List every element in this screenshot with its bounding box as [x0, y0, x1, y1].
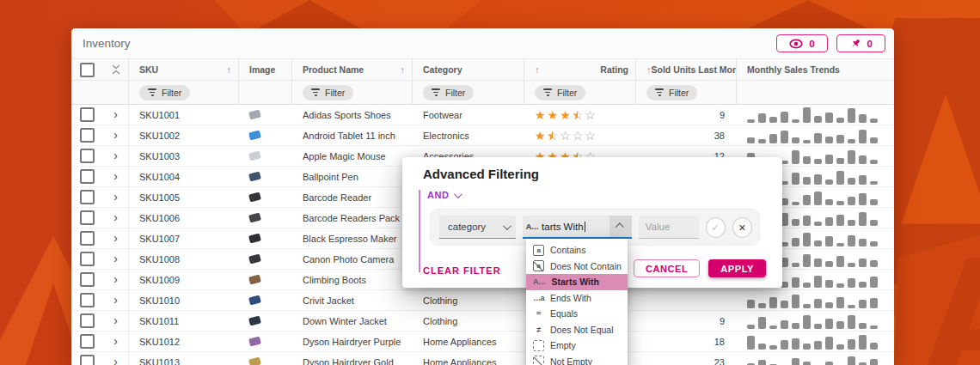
row-checkbox[interactable] — [80, 231, 95, 246]
row-checkbox-cell — [71, 332, 103, 351]
row-expander-cell: › — [103, 228, 129, 248]
row-checkbox[interactable] — [80, 313, 95, 328]
filter-chip-product-name[interactable]: Filter — [303, 85, 353, 100]
menu-item-ends-with[interactable]: …aEnds With — [526, 290, 628, 307]
menu-item-does-not-equal[interactable]: ≠Does Not Equal — [526, 322, 628, 338]
rating-stars: ★★★☆★☆ — [535, 109, 596, 121]
clear-filter-button[interactable]: CLEAR FILTER — [423, 265, 501, 276]
field-select[interactable]: category — [439, 216, 516, 239]
filter-chip-sold-units-last-month[interactable]: Filter — [646, 85, 697, 100]
hidden-columns-button[interactable]: 0 — [776, 34, 827, 52]
filter-cell-sel — [71, 81, 103, 104]
menu-item-equals[interactable]: =Equals — [526, 306, 628, 322]
menu-item-empty[interactable]: Empty — [526, 338, 628, 354]
cell-sold-units: 9 — [636, 311, 737, 331]
row-checkbox[interactable] — [80, 190, 95, 204]
collapse-all-icon[interactable] — [112, 64, 120, 75]
cell-sold-units: 23 — [636, 352, 737, 365]
cell-category: Electronics — [413, 125, 524, 145]
product-thumbnail — [248, 275, 261, 285]
select-all-checkbox[interactable] — [80, 63, 95, 77]
row-checkbox-cell — [71, 208, 103, 228]
chevron-right-icon[interactable]: › — [113, 231, 118, 244]
row-checkbox-cell — [71, 105, 103, 125]
and-operator-button[interactable]: AND — [427, 190, 460, 200]
row-checkbox[interactable] — [80, 107, 95, 122]
chevron-right-icon[interactable]: › — [113, 169, 118, 182]
cell-rating: ★☆★☆☆☆ — [524, 125, 636, 145]
row-checkbox[interactable] — [80, 128, 95, 143]
cancel-button[interactable]: CANCEL — [634, 259, 700, 277]
chevron-down-icon — [503, 222, 511, 230]
filter-chip-rating[interactable]: Filter — [535, 85, 585, 100]
cell-sold-units: 18 — [636, 332, 737, 351]
header-cell-rating[interactable]: ↑Rating — [524, 59, 636, 80]
header-cell-name[interactable]: Product Name↑ — [292, 59, 413, 80]
row-expander-cell: › — [103, 105, 129, 125]
product-thumbnail — [248, 151, 261, 161]
filter-chip-category[interactable]: Filter — [423, 85, 474, 100]
row-checkbox[interactable] — [80, 149, 95, 163]
cell-product-name: Dyson Hairdryer Gold — [292, 352, 413, 365]
chevron-up-icon — [616, 222, 624, 231]
chevron-right-icon[interactable]: › — [113, 128, 118, 141]
menu-item-starts-with[interactable]: A…Starts With — [526, 274, 628, 290]
discard-condition-button[interactable]: × — [732, 217, 752, 238]
sparkline — [747, 292, 878, 308]
cell-product-name: Climbing Boots — [292, 270, 413, 289]
sort-asc-icon[interactable]: ↑ — [535, 64, 540, 75]
chevron-right-icon[interactable]: › — [113, 334, 118, 347]
header-cell-sku[interactable]: SKU↑ — [129, 59, 239, 80]
menu-item-label: Ends With — [550, 293, 591, 303]
header-cell-sold[interactable]: ↑Sold Units Last Month — [636, 59, 737, 80]
menu-item-contains[interactable]: aContains — [526, 242, 628, 259]
value-input[interactable] — [639, 216, 699, 239]
condition-dropdown-toggle[interactable] — [609, 216, 632, 237]
chevron-right-icon[interactable]: › — [113, 355, 118, 365]
filter-icon — [543, 88, 552, 95]
condition-combo[interactable]: A… tarts With — [523, 216, 632, 239]
menu-item-does-not-contain[interactable]: aDoes Not Contain — [526, 259, 628, 275]
row-checkbox[interactable] — [80, 293, 95, 307]
chevron-right-icon[interactable]: › — [113, 149, 118, 161]
apply-button[interactable]: APPLY — [708, 259, 766, 277]
header-cell-sel[interactable] — [71, 59, 103, 80]
product-thumbnail — [248, 295, 261, 306]
sort-asc-icon[interactable]: ↑ — [401, 64, 406, 75]
row-checkbox[interactable] — [80, 355, 95, 365]
chevron-right-icon[interactable]: › — [113, 210, 118, 223]
menu-item-not-empty[interactable]: Not Empty — [526, 354, 628, 365]
row-checkbox[interactable] — [80, 252, 95, 266]
row-checkbox[interactable] — [80, 272, 95, 287]
header-cell-spark: Monthly Sales Trends — [737, 59, 894, 80]
cell-product-name: Down Winter Jacket — [292, 311, 413, 331]
condition-input[interactable]: tarts With — [542, 222, 609, 232]
chevron-right-icon[interactable]: › — [113, 272, 118, 285]
sort-asc-icon[interactable]: ↑ — [227, 64, 232, 75]
filter-cell-rating: Filter — [524, 81, 636, 104]
cell-product-name: Dyson Hairdryer Purple — [292, 332, 413, 351]
row-checkbox[interactable] — [80, 334, 95, 349]
cell-sold-units: 9 — [636, 105, 737, 125]
row-checkbox[interactable] — [80, 210, 95, 225]
filter-cell-expand — [103, 81, 129, 104]
row-expander-cell: › — [103, 187, 129, 207]
row-checkbox[interactable] — [80, 169, 95, 184]
chevron-right-icon[interactable]: › — [113, 190, 118, 203]
filter-cell-image — [239, 81, 292, 104]
menu-item-label: Starts With — [552, 277, 599, 287]
chevron-right-icon[interactable]: › — [113, 293, 118, 306]
chevron-right-icon[interactable]: › — [113, 107, 118, 120]
commit-condition-button[interactable]: ✓ — [706, 217, 726, 238]
chevron-right-icon[interactable]: › — [113, 313, 118, 326]
header-cell-expand[interactable] — [103, 59, 129, 80]
cell-sku: SKU1007 — [129, 228, 239, 248]
pinned-columns-button[interactable]: 0 — [836, 34, 885, 52]
and-operator-label: AND — [427, 190, 449, 200]
filter-chip-sku[interactable]: Filter — [139, 85, 190, 100]
chevron-right-icon[interactable]: › — [113, 252, 118, 265]
cell-product-name: Android Tablet 11 inch — [292, 125, 413, 145]
cell-product-name: Crivit Jacket — [292, 290, 413, 310]
cell-category: Footwear — [413, 105, 524, 125]
column-label: Product Name — [303, 64, 364, 75]
